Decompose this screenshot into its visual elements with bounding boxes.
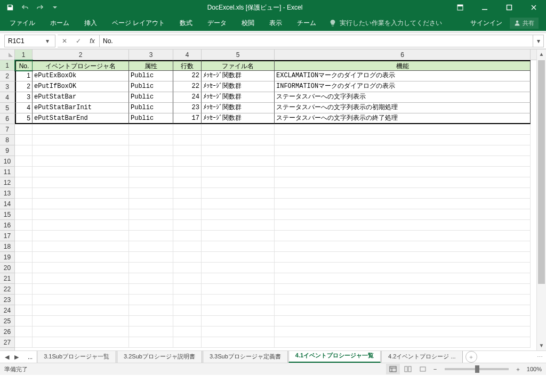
row-header[interactable]: 14 <box>0 199 14 209</box>
table-cell[interactable]: ﾒｯｾｰｼﾞ関数群 <box>202 113 275 124</box>
empty-cell[interactable] <box>275 167 531 177</box>
empty-cell[interactable] <box>173 284 202 295</box>
empty-cell[interactable] <box>33 295 129 305</box>
empty-cell[interactable] <box>129 135 173 145</box>
column-header[interactable]: 2 <box>33 50 129 60</box>
empty-cell[interactable] <box>33 273 129 284</box>
row-header[interactable]: 23 <box>0 295 14 305</box>
row-header[interactable]: 7 <box>0 124 14 135</box>
row-header[interactable]: 22 <box>0 284 14 295</box>
empty-cell[interactable] <box>129 252 173 263</box>
name-box[interactable]: ▾ <box>4 35 55 47</box>
table-cell[interactable]: ePutStatBarEnd <box>33 113 129 124</box>
empty-cell[interactable] <box>275 220 531 231</box>
sheet-tab[interactable]: 4.1イベントプロシージャ一覧 <box>288 351 381 363</box>
save-icon[interactable] <box>3 1 17 14</box>
sheet-nav-prev[interactable]: ◀ <box>3 354 11 361</box>
sheet-tab[interactable]: 3.2Subプロシージャ説明書 <box>117 351 202 363</box>
column-header[interactable]: 1 <box>15 50 33 60</box>
table-header-cell[interactable]: 属性 <box>129 60 173 71</box>
page-layout-view-icon[interactable] <box>401 364 415 374</box>
cancel-formula-button[interactable]: ✕ <box>58 35 71 47</box>
empty-cell[interactable] <box>173 273 202 284</box>
row-header[interactable]: 19 <box>0 252 14 263</box>
empty-cell[interactable] <box>202 305 275 316</box>
horizontal-scroll-area[interactable]: ⋯ <box>480 354 543 361</box>
vertical-scrollbar[interactable]: ▲ ▼ <box>536 50 546 350</box>
empty-cell[interactable] <box>33 263 129 273</box>
empty-cell[interactable] <box>202 252 275 263</box>
minimize-button[interactable] <box>472 0 497 15</box>
empty-cell[interactable] <box>15 316 33 326</box>
empty-cell[interactable] <box>173 305 202 316</box>
empty-cell[interactable] <box>173 145 202 156</box>
name-box-input[interactable] <box>5 37 43 45</box>
table-cell[interactable]: ステータスバーへの文字列表示の初期処理 <box>275 103 531 113</box>
table-cell[interactable]: ePutStatBar <box>33 92 129 103</box>
sheet-overflow[interactable]: ... <box>23 352 37 362</box>
empty-cell[interactable] <box>15 124 33 135</box>
empty-cell[interactable] <box>275 326 531 337</box>
table-header-cell[interactable]: 行数 <box>173 60 202 71</box>
empty-cell[interactable] <box>33 177 129 188</box>
sheet-tab[interactable]: 4.2イベントプロシージ ... <box>381 351 463 363</box>
empty-cell[interactable] <box>275 188 531 199</box>
empty-cell[interactable] <box>275 124 531 135</box>
empty-cell[interactable] <box>173 326 202 337</box>
empty-cell[interactable] <box>129 241 173 252</box>
empty-cell[interactable] <box>15 284 33 295</box>
sheet-nav-next[interactable]: ▶ <box>13 354 20 361</box>
empty-cell[interactable] <box>202 135 275 145</box>
empty-cell[interactable] <box>129 337 173 348</box>
empty-cell[interactable] <box>275 295 531 305</box>
empty-cell[interactable] <box>129 209 173 220</box>
empty-cell[interactable] <box>129 199 173 209</box>
empty-cell[interactable] <box>129 316 173 326</box>
fx-button[interactable]: fx <box>85 35 99 47</box>
tab-data[interactable]: データ <box>200 15 234 31</box>
row-header[interactable]: 16 <box>0 220 14 231</box>
sheet-tab[interactable]: 3.3Subプロシージャ定義書 <box>203 351 288 363</box>
empty-cell[interactable] <box>33 124 129 135</box>
column-header[interactable]: 6 <box>275 50 531 60</box>
empty-cell[interactable] <box>15 209 33 220</box>
empty-cell[interactable] <box>15 145 33 156</box>
empty-cell[interactable] <box>275 135 531 145</box>
empty-cell[interactable] <box>15 135 33 145</box>
empty-cell[interactable] <box>129 177 173 188</box>
tab-home[interactable]: ホーム <box>43 15 77 31</box>
empty-cell[interactable] <box>202 167 275 177</box>
empty-cell[interactable] <box>15 305 33 316</box>
table-cell[interactable]: 22 <box>173 71 202 81</box>
scroll-up-icon[interactable]: ▲ <box>537 50 546 59</box>
empty-cell[interactable] <box>275 156 531 167</box>
column-header[interactable]: 3 <box>129 50 173 60</box>
row-header[interactable]: 26 <box>0 326 14 337</box>
undo-button[interactable] <box>18 1 32 14</box>
zoom-in-button[interactable]: ＋ <box>514 365 523 373</box>
empty-cell[interactable] <box>33 199 129 209</box>
sheet-tab[interactable]: 3.1Subプロシージャ一覧 <box>37 351 116 363</box>
empty-cell[interactable] <box>173 124 202 135</box>
empty-cell[interactable] <box>15 241 33 252</box>
row-header[interactable]: 8 <box>0 135 14 145</box>
empty-cell[interactable] <box>15 273 33 284</box>
empty-cell[interactable] <box>173 156 202 167</box>
empty-cell[interactable] <box>202 263 275 273</box>
empty-cell[interactable] <box>33 167 129 177</box>
empty-cell[interactable] <box>129 231 173 241</box>
table-cell[interactable]: Public <box>129 81 173 92</box>
empty-cell[interactable] <box>173 241 202 252</box>
empty-cell[interactable] <box>15 337 33 348</box>
expand-formula-icon[interactable]: ▾ <box>533 35 544 47</box>
empty-cell[interactable] <box>129 295 173 305</box>
table-cell[interactable]: ステータスバーへの文字列表示の終了処理 <box>275 113 531 124</box>
empty-cell[interactable] <box>202 241 275 252</box>
empty-cell[interactable] <box>15 252 33 263</box>
row-header[interactable]: 17 <box>0 231 14 241</box>
empty-cell[interactable] <box>33 316 129 326</box>
empty-cell[interactable] <box>173 135 202 145</box>
table-cell[interactable]: Public <box>129 92 173 103</box>
table-cell[interactable]: ﾒｯｾｰｼﾞ関数群 <box>202 81 275 92</box>
row-header[interactable]: 4 <box>0 92 14 103</box>
